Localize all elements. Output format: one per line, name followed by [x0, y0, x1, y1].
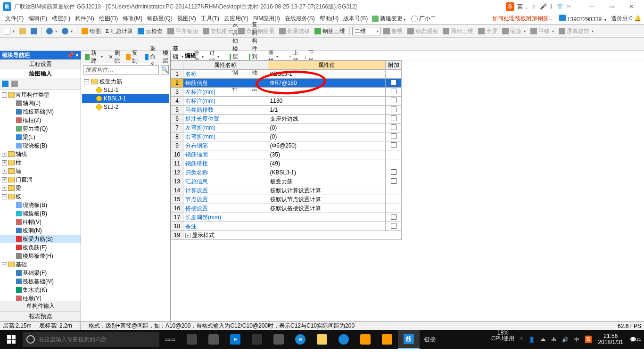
prop-value[interactable]: 1/1	[268, 106, 385, 115]
prop-value[interactable]: (49)	[268, 159, 385, 168]
tab-draw-input[interactable]: 绘图输入	[0, 69, 81, 78]
prop-value[interactable]: 按默认搭接设置计算	[268, 204, 385, 213]
tab-single-component[interactable]: 单构件输入	[0, 301, 81, 311]
ime-indicator[interactable]: S 英 , ☺ 🎤 ℹ 👕 ✂	[506, 2, 572, 11]
tray-volume-icon[interactable]: 🔊	[559, 330, 571, 349]
taskbar-app[interactable]	[376, 330, 398, 349]
component-instance-tree[interactable]: −板受力筋 SLJ-1 KBSLJ-1 SLJ-2	[81, 76, 170, 321]
prop-add-checkbox[interactable]	[386, 70, 402, 79]
property-row[interactable]: 8右弯折(mm)(0)	[171, 132, 402, 141]
prop-value[interactable]: ΦR7@180	[268, 79, 385, 88]
prop-add-checkbox[interactable]	[386, 177, 402, 186]
menu-component[interactable]: 构件(N)	[73, 15, 97, 23]
fullscreen-button[interactable]: 全屏	[476, 26, 499, 36]
maximize-button[interactable]: ▭	[602, 1, 621, 12]
align-top-button[interactable]: 平齐板顶	[165, 26, 200, 36]
prop-value[interactable]: 支座外边线	[268, 115, 385, 123]
taskbar-app[interactable]	[203, 330, 224, 349]
tray-cpu[interactable]: 18%CPU使用	[488, 330, 517, 349]
menu-rebar[interactable]: 钢筋量(Q)	[145, 15, 174, 23]
property-row[interactable]: 13汇总信息板受力筋	[171, 177, 402, 186]
search-component-input[interactable]	[83, 65, 159, 74]
taskbar-explorer[interactable]	[311, 330, 333, 349]
tray-ime-label[interactable]: 中	[571, 330, 582, 349]
prop-add-checkbox[interactable]	[386, 123, 402, 132]
sum-calc-button[interactable]: Σ 汇总计算	[104, 26, 135, 36]
menu-online[interactable]: 在线服务(S)	[282, 15, 317, 23]
menu-draw[interactable]: 绘图(D)	[97, 15, 121, 23]
property-grid[interactable]: 属性名称 属性值 附加 1名称KBSLJ-12钢筋信息ΦR7@1803左标注(m…	[171, 60, 402, 240]
new-change-button[interactable]: 新建变更	[370, 15, 407, 23]
tree-node-common[interactable]: 常用构件类型	[16, 91, 50, 99]
taskbar-ggj-app[interactable]: 筋	[398, 330, 420, 349]
user-button[interactable]: 广小二	[411, 15, 436, 23]
undo-button[interactable]	[44, 27, 59, 35]
menu-file[interactable]: 文件(F)	[3, 15, 26, 23]
prop-value[interactable]: 板受力筋	[268, 177, 385, 186]
prop-value[interactable]: KBSLJ-1	[268, 70, 385, 79]
tab-engineering-settings[interactable]: 工程设置	[0, 59, 81, 69]
property-row[interactable]: 15节点设置按默认节点设置计算	[171, 195, 402, 204]
menu-modify[interactable]: 修改(M)	[120, 15, 145, 23]
open-file-button[interactable]	[17, 27, 28, 35]
tab-report-preview[interactable]: 报表预览	[0, 311, 81, 321]
property-row[interactable]: 10钢筋锚固(35)	[171, 150, 402, 159]
property-row[interactable]: 1名称KBSLJ-1	[171, 70, 402, 79]
tray-people-icon[interactable]: 👤	[526, 330, 538, 349]
menu-floor[interactable]: 楼层(L)	[50, 15, 73, 23]
prop-add-checkbox[interactable]	[386, 204, 402, 213]
menu-view[interactable]: 视图(V)	[175, 15, 198, 23]
tray-clock[interactable]: 21:562018/1/31	[594, 333, 627, 346]
menu-tools[interactable]: 工具(T)	[198, 15, 222, 23]
sidebar-tool2-icon[interactable]	[11, 81, 18, 87]
minimize-button[interactable]: —	[582, 1, 602, 12]
cloud-check-button[interactable]: 云检查	[136, 26, 165, 36]
phone-display[interactable]: 13907298339	[559, 15, 606, 23]
prop-add-checkbox[interactable]	[386, 195, 402, 204]
tray-safe-remove-icon[interactable]: ⏏	[538, 330, 548, 349]
property-row[interactable]: 18备注	[171, 222, 402, 231]
prop-add-checkbox[interactable]	[386, 141, 402, 150]
prop-add-checkbox[interactable]	[386, 150, 402, 159]
prop-add-checkbox[interactable]	[386, 222, 402, 231]
taskbar-app[interactable]	[333, 330, 355, 349]
prop-value[interactable]	[268, 88, 385, 97]
menu-help[interactable]: 帮助(H)	[317, 15, 341, 23]
prop-add-checkbox[interactable]	[386, 88, 402, 97]
task-view-button[interactable]: ▭▭	[159, 330, 181, 349]
property-row[interactable]: 16搭接设置按默认搭接设置计算	[171, 204, 402, 213]
search-button[interactable]: 🔍	[161, 65, 169, 74]
tree-node-slab-main-bar[interactable]: 板受力筋(S)	[23, 235, 53, 243]
redo-button[interactable]	[60, 27, 74, 35]
faq-link[interactable]: 如何处理筏板附加钢筋…	[492, 15, 554, 23]
rotate-screen-button[interactable]: 屏幕旋转	[557, 26, 595, 36]
prop-add-checkbox[interactable]	[386, 159, 402, 168]
taskbar-app[interactable]	[181, 330, 203, 349]
prop-value[interactable]: 按默认节点设置计算	[268, 195, 385, 204]
save-file-button[interactable]	[29, 27, 39, 35]
floor-combo[interactable]: 基础层	[170, 53, 185, 61]
view-mode-combo[interactable]: 二维	[352, 27, 380, 35]
sidebar-tool1-icon[interactable]	[2, 81, 8, 87]
prop-add-checkbox[interactable]	[386, 106, 402, 115]
tray-notifications[interactable]: 💬21	[627, 330, 644, 349]
taskbar-store[interactable]	[268, 330, 289, 349]
draw-button[interactable]: 绘图	[80, 26, 103, 36]
pan-button[interactable]: 平移	[528, 26, 556, 36]
property-row[interactable]: 4右标注(mm)1130	[171, 97, 402, 106]
property-row[interactable]: 11钢筋搭接(49)	[171, 159, 402, 168]
zoom-button[interactable]: 缩放	[500, 26, 528, 36]
local-3d-button[interactable]: 局部三维	[441, 26, 475, 36]
pin-icon[interactable]: 📌 ×	[67, 52, 79, 58]
property-row[interactable]: 6标注长度位置支座外边线	[171, 115, 402, 123]
new-file-button[interactable]	[2, 27, 17, 35]
batch-select-button[interactable]: 批量选择	[277, 26, 312, 36]
prop-add-checkbox[interactable]	[386, 213, 402, 222]
prop-value[interactable]: (KBSLJ-1)	[268, 168, 385, 177]
tray-network-icon[interactable]: 🖧	[548, 330, 559, 349]
property-row[interactable]: 14计算设置按默认计算设置计算	[171, 186, 402, 195]
property-row[interactable]: 9分布钢筋(Φ6@250)	[171, 141, 402, 150]
taskbar-ie[interactable]: e	[289, 330, 311, 349]
property-row[interactable]: 5马凳筋排数1/1	[171, 106, 402, 115]
menu-version[interactable]: 版本号(B)	[341, 15, 370, 23]
